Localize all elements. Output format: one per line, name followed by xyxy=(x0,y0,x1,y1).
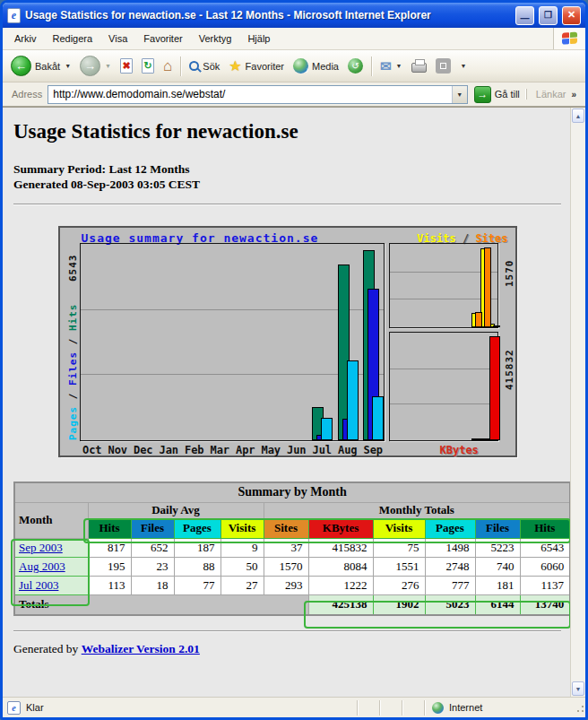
axis-slash: / xyxy=(67,331,79,351)
month-column-header: Month xyxy=(14,502,88,538)
pages-bar xyxy=(372,396,384,440)
daily-avg-group-header: Daily Avg xyxy=(88,502,264,518)
page-viewport: Usage Statistics for newaction.se Summar… xyxy=(3,107,585,697)
column-header-visits-daily: Visits xyxy=(220,518,264,538)
colored-header-row: Hits Files Pages Visits Sites KBytes Vis… xyxy=(14,518,570,538)
address-dropdown-icon[interactable]: ▼ xyxy=(452,86,467,103)
cell-value: 37 xyxy=(264,538,308,557)
toolbar-overflow-button[interactable]: ▼ xyxy=(456,61,471,71)
scroll-down-icon[interactable]: ▼ xyxy=(572,681,584,696)
totals-row: Totals 425138 1902 5023 6144 13740 xyxy=(14,594,570,615)
sites-bar xyxy=(484,247,491,327)
search-label: Sök xyxy=(203,61,220,72)
column-header-pages-daily: Pages xyxy=(174,518,220,538)
home-button[interactable]: ⌂ xyxy=(160,56,176,75)
favorites-button[interactable]: ★ Favoriter xyxy=(225,57,288,75)
total-pages: 5023 xyxy=(425,594,475,615)
visits-sites-panel xyxy=(389,243,498,328)
menu-redigera[interactable]: Redigera xyxy=(44,28,100,49)
pages-bar xyxy=(321,418,333,440)
sites-bar xyxy=(475,312,482,327)
media-button[interactable]: ♪ Media xyxy=(290,56,342,75)
column-header-kbytes: KBytes xyxy=(308,518,373,538)
browser-window: e Usage Statistics for newaction.se - La… xyxy=(0,0,588,720)
axis-slash: / xyxy=(67,386,79,406)
cell-value: 8084 xyxy=(308,557,373,576)
table-row-sep-2003: Sep 2003 817 652 187 9 37 415832 75 1498… xyxy=(14,538,570,557)
month-link-cell[interactable]: Aug 2003 xyxy=(14,557,88,576)
total-hits: 13740 xyxy=(520,594,570,615)
back-button[interactable]: ← Bakåt ▼ xyxy=(7,54,74,78)
menu-visa[interactable]: Visa xyxy=(100,28,135,49)
history-button[interactable]: ↺ xyxy=(344,56,367,75)
cell-value: 6543 xyxy=(520,538,570,557)
menu-arkiv[interactable]: Arkiv xyxy=(6,28,44,49)
cell-value: 18 xyxy=(131,576,174,594)
cell-value: 113 xyxy=(88,576,131,594)
left-axis-series-label: Pages / Files / Hits xyxy=(67,304,79,441)
cell-value: 1498 xyxy=(425,538,475,557)
x-axis-month-label: Jan xyxy=(156,444,182,456)
x-axis-month-label: Jul xyxy=(309,444,335,456)
cell-value: 27 xyxy=(220,576,264,594)
column-header-visits-monthly: Visits xyxy=(373,518,425,538)
window-title: Usage Statistics for newaction.se - Last… xyxy=(25,9,511,22)
links-toolbar[interactable]: Länkar » xyxy=(526,89,582,100)
cell-value: 415832 xyxy=(308,538,373,557)
usage-summary-chart: Usage summary for newaction.se Visits / … xyxy=(58,226,517,457)
go-button[interactable]: → Gå till xyxy=(468,86,526,103)
resize-grip[interactable] xyxy=(574,702,585,714)
fullscreen-button[interactable] xyxy=(432,56,454,75)
cell-value: 293 xyxy=(264,576,308,594)
mail-button[interactable]: ✉ ▼ xyxy=(376,57,406,74)
cell-value: 9 xyxy=(220,538,264,557)
month-link-cell[interactable]: Jul 2003 xyxy=(14,576,88,594)
month-link-aug[interactable]: Aug 2003 xyxy=(19,560,65,573)
search-button[interactable]: Sök xyxy=(186,59,223,74)
mail-envelope-icon: ✉ xyxy=(380,59,392,73)
refresh-button[interactable]: ↻ xyxy=(138,56,158,75)
axis-hits-label: Hits xyxy=(67,304,79,332)
cell-value: 50 xyxy=(220,557,264,576)
minimize-button[interactable]: — xyxy=(515,6,534,25)
close-button[interactable]: ✕ xyxy=(562,6,581,25)
cell-value: 1222 xyxy=(308,576,373,594)
mail-dropdown-icon[interactable]: ▼ xyxy=(396,63,402,69)
x-axis-month-label: Feb xyxy=(182,444,208,456)
back-icon: ← xyxy=(11,56,31,76)
favorites-label: Favoriter xyxy=(246,61,284,72)
axis-pages-label: Pages xyxy=(67,406,79,440)
x-axis-month-label: Sep xyxy=(360,444,386,456)
monthly-totals-group-header: Monthly Totals xyxy=(264,502,570,518)
webalizer-link[interactable]: Webalizer Version 2.01 xyxy=(82,642,200,655)
left-axis-max-label: 6543 xyxy=(67,255,79,282)
address-input[interactable] xyxy=(48,88,451,100)
month-link-sep[interactable]: Sep 2003 xyxy=(19,541,63,554)
back-dropdown-icon[interactable]: ▼ xyxy=(65,63,71,69)
home-icon: ⌂ xyxy=(163,58,172,74)
menu-verktyg[interactable]: Verktyg xyxy=(191,28,240,49)
stop-button[interactable]: ✖ xyxy=(117,56,136,75)
table-title: Summary by Month xyxy=(14,482,570,502)
cell-value: 187 xyxy=(174,538,220,557)
month-link-jul[interactable]: Jul 2003 xyxy=(19,578,58,592)
menu-favoriter[interactable]: Favoriter xyxy=(135,28,190,49)
address-bar: Adress ▼ → Gå till Länkar » xyxy=(3,82,585,107)
month-link-cell[interactable]: Sep 2003 xyxy=(14,538,88,557)
ie-page-icon: e xyxy=(7,8,21,23)
status-pane xyxy=(379,700,402,716)
scroll-up-icon[interactable]: ▲ xyxy=(572,108,584,123)
vertical-scrollbar[interactable]: ▲ ▼ xyxy=(570,108,585,697)
menu-hjalp[interactable]: Hjälp xyxy=(239,28,278,49)
security-zone-pane: Internet xyxy=(424,700,572,716)
links-chevron-icon[interactable]: » xyxy=(571,90,576,100)
column-header-files-daily: Files xyxy=(131,518,174,538)
favorites-star-icon: ★ xyxy=(229,59,241,74)
maximize-button[interactable]: ❐ xyxy=(539,6,558,25)
forward-button[interactable]: → ▼ xyxy=(76,54,115,78)
stop-icon: ✖ xyxy=(120,58,133,74)
print-button[interactable] xyxy=(408,57,430,74)
cell-value: 777 xyxy=(425,576,475,594)
address-label: Adress xyxy=(6,89,48,100)
address-input-box[interactable]: ▼ xyxy=(48,85,467,104)
